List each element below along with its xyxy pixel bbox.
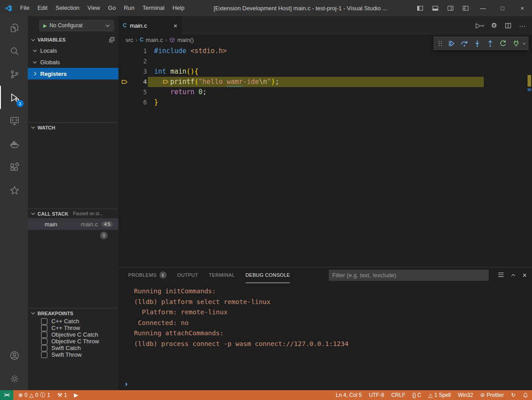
panel-tab-debug-console[interactable]: DEBUG CONSOLE [246, 267, 290, 283]
tab-main-c[interactable]: C main.c × [118, 16, 182, 35]
variables-section-header[interactable]: VARIABLES [28, 35, 118, 45]
activity-explorer[interactable] [0, 16, 28, 39]
menu-help[interactable]: Help [168, 0, 189, 16]
gutter-line-3[interactable]: 3 [118, 67, 147, 77]
panel-actions: × [498, 271, 527, 279]
activity-extensions[interactable] [0, 155, 28, 179]
breakpoint-checkbox[interactable] [41, 352, 47, 358]
breakpoint-checkbox[interactable] [41, 338, 47, 345]
panel-tab-problems[interactable]: PROBLEMS1 [128, 267, 167, 283]
console-line: Platform: remote-linux [134, 307, 532, 318]
call-stack-frame[interactable]: main main.c 4:5 [28, 218, 118, 230]
tools-indicator[interactable]: ⚒1 [54, 390, 70, 400]
breakpoints-section-header[interactable]: BREAKPOINTS [28, 308, 118, 318]
close-window-button[interactable]: × [512, 0, 532, 16]
menu-view[interactable]: View [84, 0, 104, 16]
code-editor[interactable]: 1#include <stdio.h>23int main(){4 printf… [118, 45, 532, 267]
remote-indicator[interactable]: >< [0, 390, 13, 400]
run-or-debug-button[interactable]: ▷ [476, 21, 484, 29]
breadcrumb-folder[interactable]: src [126, 37, 133, 43]
breakpoint-checkbox[interactable] [41, 345, 47, 351]
step-over-button[interactable] [458, 38, 470, 49]
encoding-indicator[interactable]: UTF-8 [365, 390, 388, 400]
restart-button[interactable] [497, 38, 509, 49]
call-stack-section-header[interactable]: CALL STACK Paused on st... [28, 208, 118, 218]
breakpoint-item[interactable]: Objective C Throw [28, 338, 118, 345]
breakpoint-checkbox[interactable] [41, 325, 47, 331]
activity-search[interactable] [0, 39, 28, 62]
platform-indicator[interactable]: Win32 [454, 390, 477, 400]
drag-grip-icon[interactable] [437, 38, 444, 49]
panel-tab-terminal[interactable]: TERMINAL [209, 267, 235, 283]
toggle-panel-icon[interactable] [427, 0, 443, 16]
debug-config-dropdown[interactable]: ▶ No Configurat [39, 20, 114, 31]
menu-edit[interactable]: Edit [34, 0, 51, 16]
split-editor-icon[interactable] [505, 22, 511, 29]
customize-layout-icon[interactable] [458, 0, 473, 16]
activity-docker[interactable] [0, 132, 28, 155]
toggle-secondary-sidebar-icon[interactable] [443, 0, 458, 16]
notifications-indicator[interactable] [519, 390, 532, 400]
breakpoint-item[interactable]: Objective C Catch [28, 331, 118, 338]
minimize-button[interactable]: — [473, 0, 493, 16]
debug-toolbar [434, 37, 528, 50]
breakpoint-item[interactable]: C++ Catch [28, 318, 118, 325]
start-debug-icon[interactable]: ▶ [43, 23, 47, 28]
step-out-button[interactable] [484, 38, 496, 49]
menu-selection[interactable]: Selection [51, 0, 83, 16]
close-tab-icon[interactable]: × [173, 22, 177, 29]
line-col-indicator[interactable]: Ln 4, Col 5 [332, 390, 365, 400]
variables-item-label: Globals [40, 59, 60, 66]
gutter-line-4[interactable]: 4 [118, 77, 147, 87]
gutter-line-2[interactable]: 2 [118, 56, 147, 67]
more-actions-icon[interactable]: ··· [519, 22, 526, 29]
activity-accounts[interactable] [0, 344, 28, 367]
console-filter-input[interactable] [329, 270, 489, 281]
settings-gear-icon[interactable]: ⚙ [491, 21, 497, 29]
spell-indicator[interactable]: △1 Spell [425, 390, 454, 400]
breadcrumb-symbol[interactable]: main() [177, 37, 194, 43]
activity-favorites[interactable] [0, 179, 28, 202]
menu-file[interactable]: File [16, 0, 34, 16]
eol-indicator[interactable]: CRLF [388, 390, 409, 400]
debug-indicator[interactable]: ▶ [71, 390, 82, 400]
variables-item-globals[interactable]: Globals [28, 56, 118, 68]
activity-run-and-debug[interactable]: 1 [0, 86, 28, 109]
gutter-line-5[interactable]: 5 [118, 87, 147, 97]
debug-console-output[interactable]: Running initCommands:(lldb) platform sel… [118, 283, 532, 390]
overview-ruler[interactable] [527, 45, 532, 267]
breadcrumb-file[interactable]: main.c [146, 37, 163, 43]
console-input-prompt[interactable]: › [125, 380, 127, 388]
variables-item-locals[interactable]: Locals [28, 45, 118, 56]
step-into-button[interactable] [471, 38, 483, 49]
close-panel-icon[interactable]: × [523, 272, 527, 279]
sync-indicator[interactable]: ↻ [507, 390, 519, 400]
chevron-down-icon[interactable] [523, 42, 525, 45]
maximize-panel-icon[interactable] [511, 273, 515, 277]
activity-remote-explorer[interactable] [0, 109, 28, 132]
gutter-line-1[interactable]: 1 [118, 46, 147, 56]
panel-tab-output[interactable]: OUTPUT [177, 267, 198, 283]
maximize-button[interactable]: □ [493, 0, 512, 16]
variables-item-registers[interactable]: Registers [28, 68, 118, 79]
activity-settings[interactable] [0, 367, 28, 390]
problems-indicator[interactable]: ⊗0 △0 ⓘ1 [15, 390, 54, 400]
collapse-all-icon[interactable] [109, 37, 115, 43]
breakpoint-item[interactable]: Swift Throw [28, 351, 118, 358]
language-indicator[interactable]: {} C [409, 390, 425, 400]
watch-section-header[interactable]: WATCH [28, 122, 118, 132]
menu-terminal[interactable]: Terminal [138, 0, 168, 16]
breakpoint-checkbox[interactable] [41, 332, 47, 338]
output-actions-icon[interactable] [498, 271, 504, 279]
prettier-indicator[interactable]: ⊘Prettier [477, 390, 507, 400]
disconnect-button[interactable] [510, 38, 522, 49]
activity-source-control[interactable] [0, 62, 28, 86]
breakpoint-item[interactable]: Swift Catch [28, 345, 118, 351]
toggle-sidebar-icon[interactable] [412, 0, 427, 16]
menu-run[interactable]: Run [120, 0, 138, 16]
menu-go[interactable]: Go [104, 0, 120, 16]
breakpoint-checkbox[interactable] [41, 318, 47, 325]
gutter-line-6[interactable]: 6 [118, 97, 147, 108]
continue-button[interactable] [445, 38, 457, 49]
breakpoint-item[interactable]: C++ Throw [28, 325, 118, 331]
